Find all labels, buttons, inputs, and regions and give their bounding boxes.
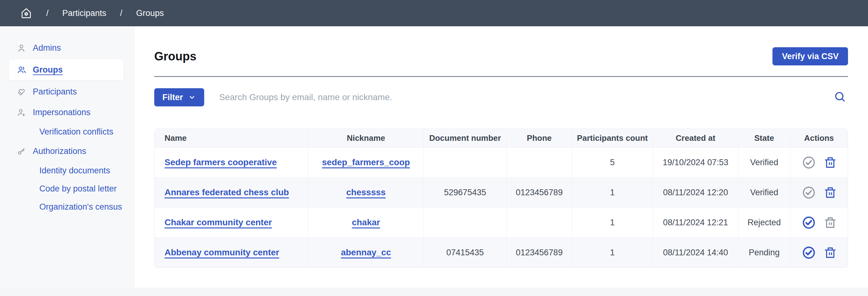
user-icon <box>17 43 26 53</box>
sidebar-item-verification-conflicts[interactable]: Verification conflicts <box>0 123 134 141</box>
nickname-cell: chesssss <box>308 178 424 208</box>
column-header-participants-count: Participants count <box>572 129 653 147</box>
breadcrumb-separator: / <box>46 8 49 18</box>
trash-icon <box>824 156 836 169</box>
sidebar-item-label: Participants <box>33 87 77 97</box>
sidebar-item-authorizations[interactable]: Authorizations <box>0 141 134 161</box>
document-number-cell <box>423 147 506 178</box>
sidebar-item-groups[interactable]: Groups <box>9 59 124 80</box>
trash-icon <box>824 216 836 230</box>
breadcrumb: / Participants / Groups <box>20 7 164 19</box>
state-cell: Verified <box>738 147 790 178</box>
participants-count-cell: 1 <box>572 238 653 268</box>
title-divider <box>154 76 848 77</box>
sidebar-item-label: Groups <box>33 65 63 75</box>
sidebar-item-admins[interactable]: Admins <box>0 37 134 58</box>
breadcrumb-item-groups[interactable]: Groups <box>136 8 164 18</box>
column-header-name: Name <box>155 129 308 147</box>
group-name-link[interactable]: Sedep farmers cooperative <box>164 157 277 167</box>
table-row: Chakar community centerchakar108/11/2024… <box>155 208 848 238</box>
sidebar-item-organization-s-census[interactable]: Organization's census <box>0 198 134 216</box>
nickname-cell: abennay_cc <box>308 238 424 268</box>
sidebar: AdminsGroupsParticipantsImpersonationsVe… <box>0 26 134 288</box>
breadcrumb-separator: / <box>120 8 123 18</box>
top-breadcrumb-bar: / Participants / Groups <box>0 0 868 26</box>
table-body: Sedep farmers cooperativesedep_farmers_c… <box>155 147 848 268</box>
phone-cell: 0123456789 <box>507 238 572 268</box>
group-icon <box>17 65 26 75</box>
page-title: Groups <box>154 50 196 63</box>
name-cell: Annares federated chess club <box>155 178 308 208</box>
filter-button-label: Filter <box>162 92 183 102</box>
table-row: Sedep farmers cooperativesedep_farmers_c… <box>155 147 848 178</box>
participants-count-cell: 1 <box>572 178 653 208</box>
group-name-link[interactable]: Chakar community center <box>164 217 272 227</box>
column-header-nickname: Nickname <box>308 129 424 147</box>
participants-count-cell: 1 <box>572 208 653 238</box>
state-cell: Pending <box>738 238 790 268</box>
actions-cell <box>790 238 848 268</box>
circle-check-icon <box>802 156 816 169</box>
sidebar-item-impersonations[interactable]: Impersonations <box>0 102 134 123</box>
group-nickname-link[interactable]: abennay_cc <box>341 247 391 257</box>
group-name-link[interactable]: Abbenay community center <box>164 247 279 257</box>
delete-button[interactable] <box>824 246 836 260</box>
sidebar-item-code-by-postal-letter[interactable]: Code by postal letter <box>0 180 134 198</box>
column-header-created-at: Created at <box>653 129 738 147</box>
name-cell: Chakar community center <box>155 208 308 238</box>
group-nickname-link[interactable]: chesssss <box>346 187 385 197</box>
group-name-link[interactable]: Annares federated chess club <box>164 187 289 197</box>
sidebar-item-label: Impersonations <box>33 108 91 117</box>
sidebar-nav: AdminsGroupsParticipantsImpersonationsVe… <box>0 37 134 216</box>
created-at-cell: 08/11/2024 12:21 <box>653 208 738 238</box>
verify-via-csv-button[interactable]: Verify via CSV <box>772 47 848 65</box>
state-cell: Verified <box>738 178 790 208</box>
delete-button[interactable] <box>824 186 836 199</box>
table-row: Annares federated chess clubchesssss5296… <box>155 178 848 208</box>
nickname-cell: chakar <box>308 208 424 238</box>
user-add-icon <box>17 108 26 117</box>
verify-button[interactable] <box>802 216 816 230</box>
created-at-cell: 19/10/2024 07:53 <box>653 147 738 178</box>
trash-icon <box>824 246 836 260</box>
column-header-actions: Actions <box>790 129 848 147</box>
group-nickname-link[interactable]: sedep_farmers_coop <box>322 157 410 167</box>
document-number-cell: 529675435 <box>423 178 506 208</box>
sidebar-item-label: Code by postal letter <box>39 184 117 194</box>
participants-count-cell: 5 <box>572 147 653 178</box>
groups-table: NameNicknameDocument numberPhoneParticip… <box>155 129 848 268</box>
trash-icon <box>824 186 836 199</box>
home-gear-icon[interactable] <box>20 7 32 19</box>
verify-button[interactable] <box>802 156 816 169</box>
key-icon <box>17 146 26 156</box>
filter-button[interactable]: Filter <box>154 88 204 106</box>
name-cell: Abbenay community center <box>155 238 308 268</box>
table-row: Abbenay community centerabennay_cc074154… <box>155 238 848 268</box>
verify-button[interactable] <box>802 246 816 260</box>
group-nickname-link[interactable]: chakar <box>352 217 380 227</box>
search-toolbar: Filter <box>154 88 848 106</box>
phone-cell <box>507 208 572 238</box>
search-button[interactable] <box>833 90 848 105</box>
chevron-down-icon <box>188 93 196 101</box>
search-input[interactable] <box>219 92 819 103</box>
search-icon <box>833 90 848 105</box>
breadcrumb-item-participants[interactable]: Participants <box>62 8 106 18</box>
sidebar-item-participants[interactable]: Participants <box>0 81 134 102</box>
sidebar-item-label: Admins <box>33 43 61 53</box>
verify-button[interactable] <box>802 186 816 199</box>
sidebar-item-label: Authorizations <box>33 146 86 156</box>
sidebar-item-identity-documents[interactable]: Identity documents <box>0 161 134 180</box>
table-header-row: NameNicknameDocument numberPhoneParticip… <box>155 129 848 147</box>
circle-check-icon <box>802 246 816 260</box>
created-at-cell: 08/11/2024 12:20 <box>653 178 738 208</box>
circle-check-icon <box>802 186 816 199</box>
name-cell: Sedep farmers cooperative <box>155 147 308 178</box>
delete-button[interactable] <box>824 216 836 230</box>
created-at-cell: 08/11/2024 14:40 <box>653 238 738 268</box>
delete-button[interactable] <box>824 156 836 169</box>
phone-cell <box>507 147 572 178</box>
sidebar-item-label: Identity documents <box>39 166 110 176</box>
state-cell: Rejected <box>738 208 790 238</box>
actions-cell <box>790 147 848 178</box>
